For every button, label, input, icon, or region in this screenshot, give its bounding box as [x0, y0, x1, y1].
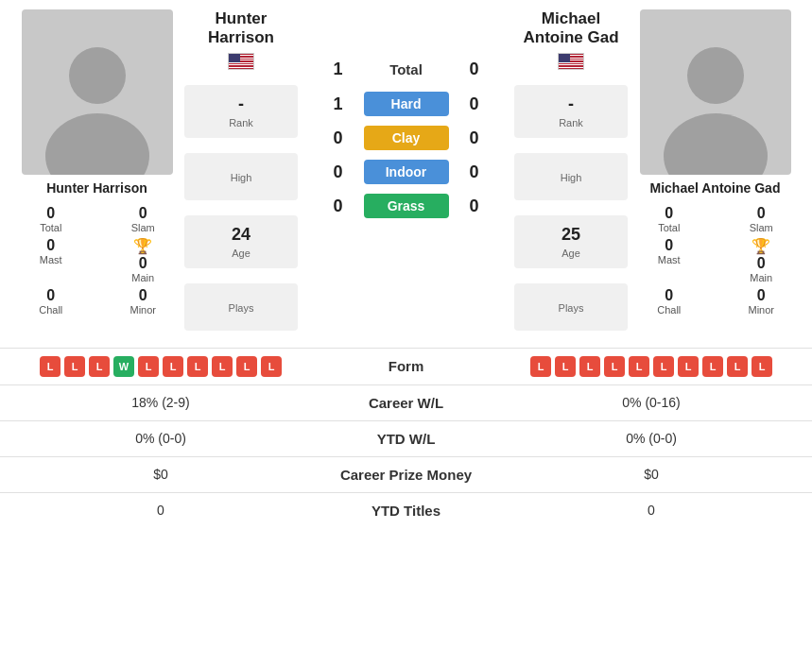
total-p1: 1 — [324, 60, 353, 79]
player1-prize: $0 — [0, 467, 321, 482]
player1-high-box: High — [184, 153, 298, 200]
player1-main-value: 0 — [139, 255, 147, 272]
player1-form-badges: LLLWLLLLLL — [0, 356, 321, 377]
player2-plays-box: Plays — [514, 283, 628, 331]
svg-point-3 — [664, 113, 768, 175]
player2-form-badge-9: L — [752, 356, 772, 377]
player2-stats-grid: 0 Total 0 Slam 0 Mast 🏆 0 Main 0 — [628, 205, 803, 316]
player1-form-badge-1: L — [64, 356, 85, 377]
player2-ytd-wl: 0% (0-0) — [491, 431, 812, 446]
player1-career-wl: 18% (2-9) — [0, 395, 321, 410]
total-p2: 0 — [460, 60, 489, 79]
player2-career-wl: 0% (0-16) — [491, 395, 812, 410]
player1-ytd-wl: 0% (0-0) — [0, 431, 321, 446]
player2-form-badge-0: L — [530, 356, 551, 377]
player1-chall-value: 0 — [46, 287, 55, 304]
grass-badge: Grass — [364, 194, 449, 218]
player1-trophy: 🏆 0 Main — [102, 237, 185, 283]
prize-label: Career Prize Money — [321, 467, 491, 483]
player2-name: Michael Antoine Gad — [650, 180, 781, 196]
trophy-icon-left: 🏆 — [133, 237, 152, 255]
indoor-p1: 0 — [324, 162, 353, 182]
player1-high-label: High — [231, 172, 252, 183]
total-badge: Total — [364, 57, 449, 82]
player2-age-value: 25 — [561, 225, 580, 245]
player1-chall-stat: 0 Chall — [9, 287, 93, 316]
player1-age-value: 24 — [232, 225, 251, 245]
player2-total-label: Total — [658, 222, 680, 233]
player2-high-box: High — [514, 153, 628, 200]
player1-rank-label: Rank — [229, 117, 253, 128]
player1-ytd-titles: 0 — [0, 503, 321, 518]
hard-p2: 0 — [460, 94, 489, 114]
player2-minor-stat: 0 Minor — [720, 287, 803, 316]
grass-stat-row: 0 Grass 0 — [305, 194, 507, 218]
player1-form-badge-7: L — [212, 356, 233, 377]
player2-avatar — [640, 9, 791, 175]
center-main-col: 1 Total 0 1 Hard 0 0 Clay 0 0 — [305, 9, 507, 338]
player1-total-label: Total — [40, 222, 61, 233]
career-wl-label: Career W/L — [321, 395, 491, 411]
player2-rank-label: Rank — [559, 117, 583, 128]
form-label: Form — [321, 358, 491, 374]
player1-header-name: HunterHarrison — [208, 9, 274, 48]
player2-trophy: 🏆 0 Main — [720, 237, 803, 283]
indoor-stat-row: 0 Indoor 0 — [305, 160, 507, 184]
clay-stat-row: 0 Clay 0 — [305, 126, 507, 150]
player1-form-badge-0: L — [40, 356, 60, 377]
player2-rank-value: - — [568, 94, 574, 114]
svg-point-0 — [69, 47, 126, 104]
player2-total-stat: 0 Total — [628, 205, 711, 233]
player1-form-badge-9: L — [261, 356, 282, 377]
player2-form-badge-8: L — [727, 356, 748, 377]
hard-stat-row: 1 Hard 0 — [305, 92, 507, 116]
player2-mast-label: Mast — [658, 254, 681, 265]
player1-age-label: Age — [232, 248, 251, 259]
player1-form-badge-5: L — [163, 356, 183, 377]
player2-form-badge-1: L — [555, 356, 576, 377]
player1-avatar — [22, 9, 173, 175]
trophy-icon-right: 🏆 — [752, 237, 770, 255]
player1-total-stat: 0 Total — [9, 205, 93, 233]
svg-point-1 — [45, 113, 149, 175]
career-wl-row: 18% (2-9) Career W/L 0% (0-16) — [0, 385, 812, 421]
player1-minor-value: 0 — [139, 287, 147, 304]
player1-chall-label: Chall — [39, 304, 62, 316]
player2-main-value: 0 — [757, 255, 766, 272]
player1-total-value: 0 — [46, 205, 55, 222]
grass-p1: 0 — [324, 196, 353, 216]
right-player-section: Michael Antoine Gad 0 Total 0 Slam 0 Mas… — [628, 9, 803, 338]
player2-plays-label: Plays — [559, 302, 584, 314]
right-info-col: MichaelAntoine Gad - Rank High 25 Age — [514, 9, 628, 338]
player2-form-badge-4: L — [629, 356, 649, 377]
player1-form-badge-2: L — [89, 356, 110, 377]
ytd-wl-row: 0% (0-0) YTD W/L 0% (0-0) — [0, 421, 812, 457]
player1-plays-box: Plays — [184, 283, 298, 331]
player1-form-badge-6: L — [187, 356, 208, 377]
form-section: LLLWLLLLLL Form LLLLLLLLLL — [0, 349, 812, 385]
player2-header-name: MichaelAntoine Gad — [523, 9, 618, 48]
player1-mast-value: 0 — [46, 237, 55, 254]
player1-rank-value: - — [238, 94, 244, 114]
player1-rank-box: - Rank — [184, 85, 298, 138]
player2-chall-stat: 0 Chall — [628, 287, 711, 316]
player1-mast-stat: 0 Mast — [9, 237, 93, 283]
player2-age-label: Age — [561, 248, 580, 259]
left-info-col: HunterHarrison - Rank High 24 Age — [184, 9, 298, 338]
player2-rank-box: - Rank — [514, 85, 628, 138]
center-section: HunterHarrison - Rank High 24 Age — [184, 9, 628, 338]
player2-form-badge-5: L — [653, 356, 674, 377]
player2-chall-label: Chall — [657, 304, 681, 316]
top-content: Hunter Harrison 0 Total 0 Slam 0 Mast 🏆 … — [0, 0, 812, 348]
player2-mast-value: 0 — [665, 237, 673, 254]
player1-slam-value: 0 — [139, 205, 147, 222]
clay-badge: Clay — [364, 126, 449, 150]
player1-form-badge-4: L — [138, 356, 159, 377]
player2-slam-label: Slam — [750, 222, 773, 233]
left-player-section: Hunter Harrison 0 Total 0 Slam 0 Mast 🏆 … — [9, 9, 184, 338]
grass-p2: 0 — [460, 196, 489, 216]
player1-plays-label: Plays — [229, 302, 254, 314]
ytd-titles-row: 0 YTD Titles 0 — [0, 493, 812, 528]
prize-row: $0 Career Prize Money $0 — [0, 457, 812, 493]
player2-mast-stat: 0 Mast — [628, 237, 711, 283]
